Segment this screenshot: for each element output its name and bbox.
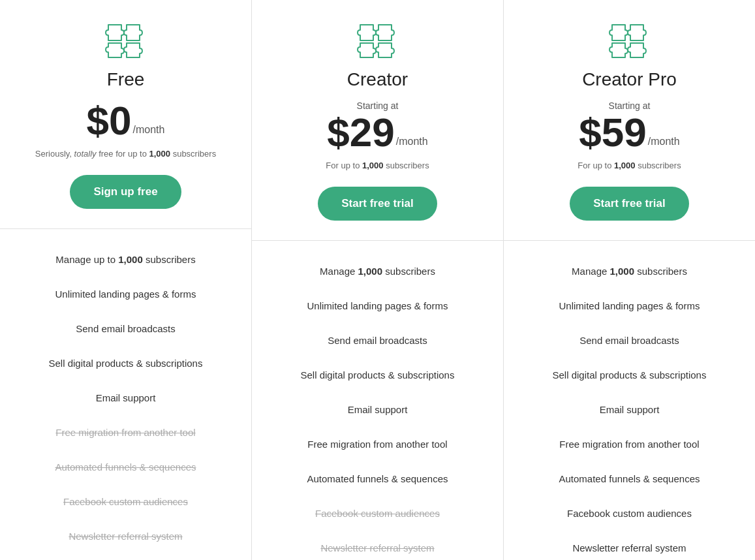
- plan-features-creator-pro: Manage 1,000 subscribersUnlimited landin…: [504, 241, 755, 561]
- plan-price-area-creator: Starting at $29/month: [327, 101, 427, 153]
- feature-item-free-1: Unlimited landing pages & forms: [13, 277, 238, 311]
- feature-item-creator-pro-7: Facebook custom audiences: [517, 496, 742, 531]
- plan-price-area-free: $0/month: [87, 101, 165, 141]
- feature-item-creator-pro-0: Manage 1,000 subscribers: [517, 254, 742, 288]
- plan-header-creator-pro: Creator ProStarting at $59/monthFor up t…: [504, 0, 755, 241]
- pricing-table: Free$0/monthSeriously, totally free for …: [0, 0, 755, 560]
- plan-name-creator-pro: Creator Pro: [582, 69, 677, 90]
- price-description-creator-pro: For up to 1,000 subscribers: [578, 159, 681, 172]
- feature-item-free-6: Automated funnels & sequences: [13, 450, 238, 484]
- feature-item-free-9: Subscriber scoring: [13, 553, 238, 561]
- feature-item-creator-0: Manage 1,000 subscribers: [265, 254, 490, 288]
- feature-item-creator-pro-5: Free migration from another tool: [517, 427, 742, 461]
- feature-item-free-2: Send email broadcasts: [13, 311, 238, 346]
- feature-item-free-3: Sell digital products & subscriptions: [13, 346, 238, 381]
- feature-item-creator-6: Automated funnels & sequences: [265, 461, 490, 496]
- feature-item-creator-7: Facebook custom audiences: [265, 496, 490, 531]
- price-big-wrap-creator-pro: $59/month: [579, 112, 679, 153]
- price-description-free: Seriously, totally free for up to 1,000 …: [35, 148, 216, 161]
- feature-item-free-0: Manage up to 1,000 subscribers: [13, 242, 238, 277]
- plan-name-free: Free: [107, 69, 145, 90]
- feature-item-creator-5: Free migration from another tool: [265, 427, 490, 461]
- puzzle-icon-creator-pro: [607, 20, 653, 69]
- feature-item-creator-pro-2: Send email broadcasts: [517, 323, 742, 358]
- feature-item-creator-2: Send email broadcasts: [265, 323, 490, 358]
- feature-item-free-5: Free migration from another tool: [13, 415, 238, 450]
- feature-item-creator-1: Unlimited landing pages & forms: [265, 288, 490, 323]
- plan-col-creator-pro: Creator ProStarting at $59/monthFor up t…: [504, 0, 755, 560]
- price-amount-creator-pro: $59: [579, 112, 646, 153]
- plan-col-creator: CreatorStarting at $29/monthFor up to 1,…: [252, 0, 504, 560]
- feature-item-creator-3: Sell digital products & subscriptions: [265, 358, 490, 392]
- plan-col-free: Free$0/monthSeriously, totally free for …: [0, 0, 252, 560]
- puzzle-icon-creator: [355, 20, 401, 69]
- price-period-free: /month: [133, 124, 165, 136]
- puzzle-icon-free: [103, 20, 149, 69]
- price-amount-creator: $29: [327, 112, 394, 153]
- plan-header-free: Free$0/monthSeriously, totally free for …: [0, 0, 251, 229]
- cta-button-free[interactable]: Sign up free: [70, 175, 181, 209]
- cta-button-creator[interactable]: Start free trial: [318, 187, 437, 221]
- feature-item-creator-pro-6: Automated funnels & sequences: [517, 461, 742, 496]
- feature-item-creator-pro-1: Unlimited landing pages & forms: [517, 288, 742, 323]
- feature-item-free-8: Newsletter referral system: [13, 519, 238, 553]
- feature-item-creator-pro-3: Sell digital products & subscriptions: [517, 358, 742, 392]
- price-period-creator-pro: /month: [648, 136, 680, 148]
- feature-item-creator-pro-8: Newsletter referral system: [517, 531, 742, 561]
- price-big-wrap-creator: $29/month: [327, 112, 427, 153]
- price-period-creator: /month: [396, 136, 428, 148]
- plan-header-creator: CreatorStarting at $29/monthFor up to 1,…: [252, 0, 503, 241]
- cta-button-creator-pro[interactable]: Start free trial: [570, 187, 689, 221]
- plan-name-creator: Creator: [347, 69, 408, 90]
- plan-features-free: Manage up to 1,000 subscribersUnlimited …: [0, 229, 251, 561]
- price-amount-free: $0: [87, 101, 132, 141]
- price-description-creator: For up to 1,000 subscribers: [326, 159, 429, 172]
- plan-features-creator: Manage 1,000 subscribersUnlimited landin…: [252, 241, 503, 561]
- price-big-wrap-free: $0/month: [87, 101, 165, 141]
- feature-item-creator-4: Email support: [265, 392, 490, 427]
- feature-item-creator-pro-4: Email support: [517, 392, 742, 427]
- feature-item-free-4: Email support: [13, 381, 238, 415]
- feature-item-free-7: Facebook custom audiences: [13, 484, 238, 519]
- plan-price-area-creator-pro: Starting at $59/month: [579, 101, 679, 153]
- feature-item-creator-8: Newsletter referral system: [265, 531, 490, 561]
